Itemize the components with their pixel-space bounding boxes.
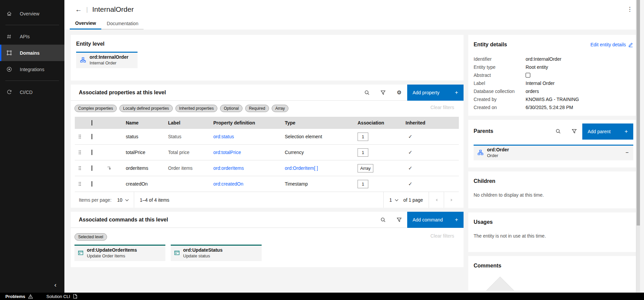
add-property-button[interactable]: Add property + (407, 85, 464, 101)
filter-chip[interactable]: Inherited properties (175, 105, 217, 112)
sidebar-item-domains[interactable]: Domains (0, 45, 64, 61)
sidebar-item-integrations[interactable]: Integrations (0, 61, 64, 78)
association-value: 1 (358, 148, 368, 157)
search-icon[interactable] (359, 85, 375, 101)
col-property-definition: Property definition (213, 120, 285, 126)
filter-chip[interactable]: Selected level (74, 233, 107, 241)
filter-chip[interactable]: Locally defined properties (119, 105, 173, 112)
usages-panel: Usages The entity is not in use at this … (468, 212, 639, 252)
clear-filters-button[interactable]: Clear filters (430, 233, 454, 239)
expand-nested-icon[interactable] (102, 166, 116, 171)
page-number-select[interactable]: 1 (384, 197, 404, 203)
next-page-button[interactable] (444, 192, 459, 208)
table-row: totalPrice Total price ord:totalPrice Cu… (75, 145, 459, 160)
drag-handle-icon[interactable] (75, 182, 85, 186)
page-title: InternalOrder (92, 5, 134, 13)
sidebar-item-label: Overview (20, 11, 39, 16)
search-icon[interactable] (550, 123, 566, 139)
property-type: Timestamp (285, 181, 358, 187)
detail-row: Entity type Root entity (474, 63, 633, 71)
property-definition-link[interactable]: ord:createdOn (213, 181, 244, 187)
radio-button-icon (6, 66, 12, 72)
sidebar-divider (5, 25, 59, 25)
command-tile[interactable]: ord:UpdateStatus Update status (171, 245, 262, 261)
filter-chip[interactable]: Array (272, 105, 289, 112)
filter-chip[interactable]: Complex properties (74, 105, 117, 112)
table-row: status Status ord:status Selection eleme… (75, 129, 459, 145)
filter-icon[interactable] (566, 123, 582, 139)
solution-cli-button[interactable]: Solution CLI (46, 294, 77, 299)
filter-chip[interactable]: Required (245, 105, 269, 112)
main-area: ← | InternalOrder ⋮ Overview Documentati… (64, 0, 640, 293)
filter-icon[interactable] (391, 212, 407, 228)
back-button[interactable]: ← (75, 6, 82, 13)
detail-row: Database collection orders (474, 87, 633, 95)
entity-tile[interactable]: ord:InternalOrder Internal Order (76, 52, 138, 68)
remove-parent-button[interactable]: − (626, 150, 629, 156)
drag-handle-icon[interactable] (75, 166, 85, 170)
comments-empty-illustration (484, 277, 516, 291)
drag-handle-icon[interactable] (75, 134, 85, 139)
sidebar-item-cicd[interactable]: CI/CD (0, 84, 64, 100)
problems-button[interactable]: Problems (5, 294, 33, 299)
command-icon (174, 250, 180, 256)
chevron-down-icon (395, 198, 398, 201)
property-type-link[interactable]: ord:OrderItem[ ] (285, 165, 318, 171)
property-definition-link[interactable]: ord:status (213, 134, 234, 139)
search-icon[interactable] (375, 212, 391, 228)
property-name: status (126, 134, 168, 139)
select-all-checkbox[interactable] (92, 120, 92, 126)
tab-overview[interactable]: Overview (70, 18, 101, 30)
property-type: Selection element (285, 134, 358, 139)
edit-entity-details-link[interactable]: Edit entity details (590, 42, 633, 47)
detail-row: Abstract (474, 71, 633, 79)
children-panel: Children No children to display at this … (468, 171, 639, 208)
overflow-menu-icon[interactable]: ⋮ (627, 6, 633, 13)
property-definition-link[interactable]: ord:totalPrice (213, 150, 241, 155)
commands-heading: Associated commands at this level (79, 217, 168, 223)
row-checkbox[interactable] (92, 181, 92, 187)
items-per-page-select[interactable]: 10 (111, 197, 134, 203)
entity-tile-label: Internal Order (90, 60, 128, 66)
filter-chip[interactable]: Optional (220, 105, 243, 112)
pagination-bar: Items per page: 10 1–4 of 4 items 1 (75, 192, 459, 208)
row-checkbox[interactable] (92, 150, 92, 155)
tab-documentation[interactable]: Documentation (101, 18, 144, 30)
table-header-row: Name Label Property definition Type Asso… (75, 117, 459, 129)
status-bar: Problems Solution CLI (0, 293, 644, 300)
command-tile-label: Update status (183, 253, 222, 259)
caret-left-icon (436, 199, 437, 201)
command-tile-name: ord:UpdateOrderItems (87, 247, 137, 253)
parent-tile[interactable]: ord:Order Order − (474, 145, 633, 160)
sidebar-item-apis[interactable]: APIs (0, 28, 64, 45)
row-checkbox[interactable] (92, 165, 92, 171)
row-checkbox[interactable] (92, 134, 92, 139)
settings-gear-icon[interactable]: ⚙ (391, 85, 407, 101)
detail-row: Created by KNOWIS AG - TRAINING (474, 95, 633, 103)
command-tile[interactable]: ord:UpdateOrderItems Update Order Items (74, 245, 165, 261)
property-definition-link[interactable]: ord:orderItems (213, 165, 244, 171)
entity-tile-name: ord:InternalOrder (90, 54, 128, 60)
drag-handle-icon[interactable] (75, 150, 85, 155)
add-command-button[interactable]: Add command + (407, 212, 464, 228)
col-label: Label (168, 120, 213, 126)
detail-value: Internal Order (526, 81, 554, 86)
page-count-label: of 1 page (404, 197, 423, 203)
filter-icon[interactable] (375, 85, 391, 101)
sidebar-collapse-button[interactable]: ‹ (54, 282, 56, 288)
entity-level-heading: Entity level (76, 41, 458, 47)
table-row: orderItems Order items ord:orderItems or… (75, 160, 459, 176)
sidebar-divider (5, 81, 59, 81)
clear-filters-button[interactable]: Clear filters (430, 105, 454, 110)
commands-filter-chips: Selected level Clear filters (71, 228, 464, 242)
add-parent-button[interactable]: Add parent + (582, 123, 633, 140)
sidebar-item-overview[interactable]: Overview (0, 5, 64, 22)
scrollbar-thumb[interactable] (637, 0, 640, 226)
children-empty-text: No children to display at this time. (474, 192, 633, 198)
association-value: 1 (358, 133, 368, 141)
sidebar-item-label: Integrations (20, 67, 44, 72)
association-value: 1 (358, 180, 368, 188)
detail-value: KNOWIS AG - TRAINING (526, 97, 579, 102)
property-name: totalPrice (126, 150, 168, 155)
previous-page-button[interactable] (429, 192, 444, 208)
